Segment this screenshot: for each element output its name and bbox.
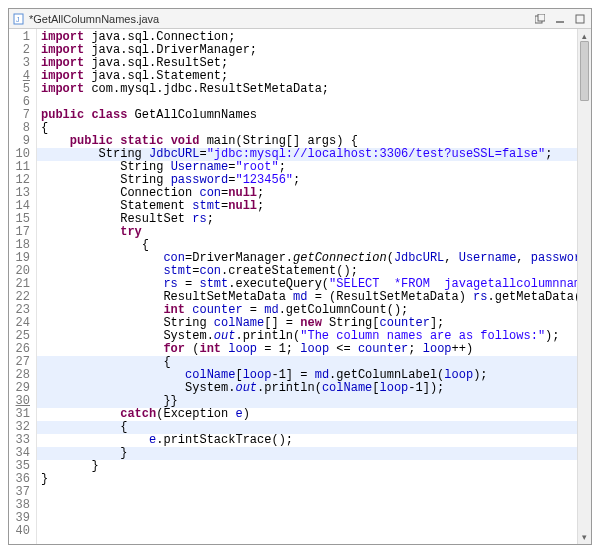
scroll-down-icon[interactable]: ▾ <box>580 532 590 542</box>
scroll-up-icon[interactable]: ▴ <box>580 31 590 41</box>
title-controls <box>533 13 587 25</box>
code-line <box>37 486 577 499</box>
code-line: public class GetAllColumnNames <box>37 109 577 122</box>
editor-body: 1234567891011121314151718192021222324252… <box>9 29 591 544</box>
java-file-icon: J <box>13 13 25 25</box>
file-title: *GetAllColumnNames.java <box>29 13 159 25</box>
title-left: J *GetAllColumnNames.java <box>13 13 159 25</box>
line-number: 40 <box>9 525 36 538</box>
code-line: } <box>37 460 577 473</box>
svg-text:J: J <box>16 16 20 23</box>
code-line: } <box>37 447 577 460</box>
minimize-icon[interactable] <box>553 13 567 25</box>
code-line <box>37 525 577 538</box>
line-number-gutter: 1234567891011121314151718192021222324252… <box>9 29 37 544</box>
code-line <box>37 512 577 525</box>
title-bar: J *GetAllColumnNames.java <box>9 9 591 29</box>
svg-rect-3 <box>538 14 545 21</box>
vertical-scrollbar[interactable]: ▴ ▾ <box>577 29 591 544</box>
scroll-thumb[interactable] <box>580 41 589 101</box>
code-area[interactable]: import java.sql.Connection;import java.s… <box>37 29 577 544</box>
scroll-track[interactable] <box>578 41 591 532</box>
restore-icon[interactable] <box>533 13 547 25</box>
svg-rect-5 <box>576 15 584 23</box>
code-line <box>37 499 577 512</box>
source-watermark: ws.vpn.cn.com <box>8 545 592 553</box>
editor-window: J *GetAllColumnNames.java 12345678910111… <box>8 8 592 545</box>
code-line: import com.mysql.jdbc.ResultSetMetaData; <box>37 83 577 96</box>
code-line: } <box>37 473 577 486</box>
maximize-icon[interactable] <box>573 13 587 25</box>
